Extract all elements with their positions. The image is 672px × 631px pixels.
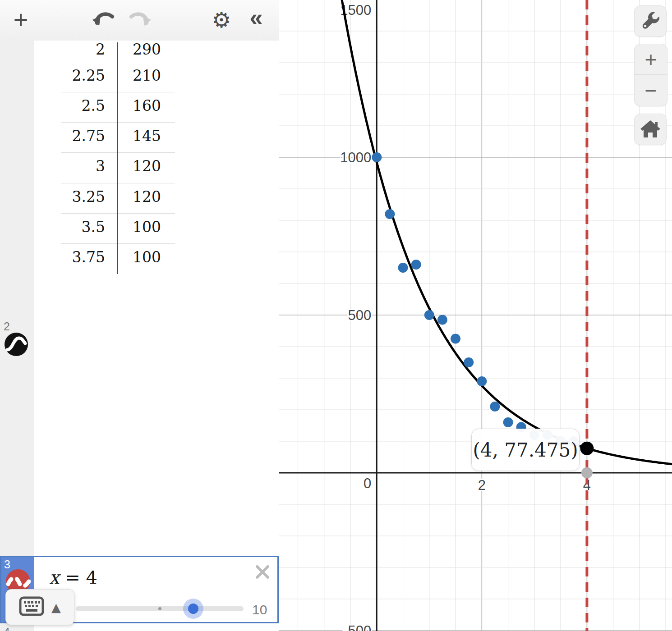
scatter-point[interactable] bbox=[477, 376, 487, 386]
scatter-point[interactable] bbox=[411, 260, 421, 270]
table-cell-x[interactable]: 3.5 bbox=[82, 218, 105, 236]
add-expression-button[interactable]: + bbox=[8, 6, 33, 33]
scatter-point[interactable] bbox=[372, 152, 382, 162]
zoom-in-button[interactable]: + bbox=[635, 44, 667, 75]
scatter-point[interactable] bbox=[464, 357, 474, 367]
remove-expression-button[interactable] bbox=[253, 563, 272, 581]
table-row[interactable]: 2.25210 bbox=[61, 62, 175, 92]
undo-button[interactable] bbox=[89, 6, 118, 33]
table-cell-x[interactable]: 2.25 bbox=[72, 67, 105, 84]
redo-icon bbox=[128, 9, 152, 31]
axis-tick-label: 2 bbox=[478, 477, 486, 493]
table-cell-x[interactable]: 2 bbox=[96, 41, 105, 58]
keyboard-icon[interactable] bbox=[19, 596, 44, 618]
minus-icon: − bbox=[645, 79, 657, 102]
table-cell-x[interactable]: 2.5 bbox=[82, 97, 105, 114]
scatter-point[interactable] bbox=[398, 263, 408, 273]
table-cell-x[interactable]: 2.75 bbox=[72, 127, 105, 145]
gridlines bbox=[279, 0, 672, 631]
point-coordinates-tooltip: (4, 77.475) bbox=[471, 429, 580, 471]
zoom-out-button[interactable]: − bbox=[635, 75, 667, 106]
slider-thumb[interactable] bbox=[188, 604, 198, 614]
expression-gutter[interactable]: 2 bbox=[0, 318, 34, 556]
plot-svg[interactable]: 15001000500-500024 bbox=[279, 0, 672, 631]
expression-table-block: 22902.252102.51602.7514531203.251203.510… bbox=[0, 41, 279, 318]
keyboard-popover: ▲ bbox=[5, 589, 74, 625]
wrench-icon bbox=[640, 10, 661, 32]
table-gutter[interactable] bbox=[0, 41, 34, 318]
axis-tick-label: -500 bbox=[343, 623, 371, 631]
expression-index: 4 bbox=[4, 626, 10, 631]
default-viewport-home-button[interactable] bbox=[634, 114, 667, 145]
axis-tick-label: 500 bbox=[348, 307, 372, 323]
expression-panel: + ⚙ « 22902.252102.51602.7514531203.2512… bbox=[0, 0, 279, 631]
scatter-point[interactable] bbox=[503, 417, 513, 427]
table-cell-y[interactable]: 100 bbox=[133, 218, 161, 236]
axis-tick-label: 0 bbox=[364, 476, 371, 491]
table-cell-x[interactable]: 3.25 bbox=[72, 188, 105, 206]
zoom-controls: + − bbox=[634, 44, 667, 106]
expression-toolbar: + ⚙ « bbox=[0, 0, 279, 41]
scatter-point[interactable] bbox=[424, 310, 434, 320]
table-cell-x[interactable]: 3 bbox=[96, 157, 105, 175]
table-cell-y[interactable]: 160 bbox=[133, 97, 161, 114]
table-row[interactable]: 3.25120 bbox=[61, 183, 175, 214]
slider-zero-marker bbox=[158, 607, 161, 610]
gear-icon: ⚙ bbox=[212, 7, 231, 32]
regression-curve[interactable] bbox=[334, 0, 672, 464]
table-cell-y[interactable]: 145 bbox=[133, 127, 161, 145]
regression-expression-block[interactable]: 2 y1~a·bx1 Log Mode STATISTICS R2 = 0.98… bbox=[0, 318, 279, 556]
scatter-point[interactable] bbox=[437, 315, 447, 325]
table-row[interactable]: 3.75100 bbox=[61, 244, 175, 274]
collapse-panel-button[interactable]: « bbox=[243, 6, 270, 33]
table-column-divider bbox=[117, 42, 118, 274]
table-cell-y[interactable]: 210 bbox=[133, 67, 161, 84]
collapse-chevrons-icon: « bbox=[250, 4, 263, 31]
table-cell-y[interactable]: 120 bbox=[133, 157, 161, 175]
table-row[interactable]: 3120 bbox=[61, 153, 175, 183]
curve-style-icon[interactable] bbox=[4, 332, 29, 359]
axis-tick-label: 1000 bbox=[340, 150, 371, 165]
scatter-point[interactable] bbox=[385, 209, 395, 219]
axis-labels: 15001000500-500024 bbox=[340, 2, 591, 631]
redo-button[interactable] bbox=[125, 6, 154, 33]
table-cell-x[interactable]: 3.75 bbox=[72, 248, 105, 266]
slider-equation[interactable]: x = 4 bbox=[49, 567, 97, 588]
graph-settings-gear-button[interactable]: ⚙ bbox=[208, 6, 235, 33]
desmos-app: { "toolbar": {"add": "+", "settings": "⚙… bbox=[0, 0, 672, 631]
expression-index: 2 bbox=[4, 320, 10, 333]
keyboard-collapse-arrow-icon[interactable]: ▲ bbox=[51, 600, 61, 614]
table-row[interactable]: 2.75145 bbox=[61, 123, 175, 153]
table-cell-y[interactable]: 120 bbox=[133, 188, 161, 206]
highlighted-curve-point[interactable] bbox=[580, 442, 594, 455]
undo-icon bbox=[92, 9, 115, 31]
table-row[interactable]: 2290 bbox=[61, 41, 175, 62]
plus-icon: + bbox=[645, 48, 657, 71]
graph-settings-wrench-button[interactable] bbox=[634, 5, 667, 37]
scatter-point[interactable] bbox=[451, 334, 460, 344]
slider-max-label[interactable]: 10 bbox=[252, 602, 267, 617]
scatter-point[interactable] bbox=[490, 402, 500, 412]
graph-paper[interactable]: 15001000500-500024 (4, 77.475) + − bbox=[279, 0, 672, 631]
table-row[interactable]: 3.5100 bbox=[61, 214, 175, 244]
table-cell-y[interactable]: 290 bbox=[133, 41, 161, 58]
home-icon bbox=[640, 119, 661, 140]
table-cell-y[interactable]: 100 bbox=[133, 248, 161, 266]
table-row[interactable]: 2.5160 bbox=[61, 92, 175, 123]
axis-intersection-point[interactable] bbox=[581, 467, 593, 479]
